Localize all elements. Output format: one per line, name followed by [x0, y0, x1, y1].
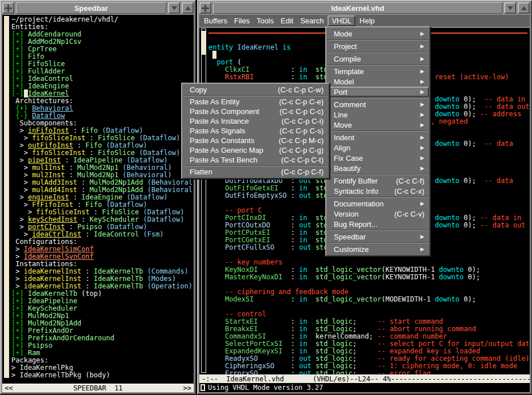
menu-item-model[interactable]: Model▶ — [327, 76, 429, 87]
iconify-button[interactable] — [168, 2, 180, 14]
speedbar-link[interactable]: pipeInst — [28, 156, 61, 164]
menubar-item-buffers[interactable]: Buffers — [201, 16, 230, 26]
menu-item-line[interactable]: Line▶ — [327, 109, 429, 120]
text-span: (Dataflow) — [106, 223, 147, 231]
text-span: (Dataflow) — [139, 134, 180, 142]
menu-item-mode[interactable]: Mode▶ — [327, 28, 429, 39]
echo-area[interactable]: Using VHDL Mode version 3.27 — [199, 383, 530, 392]
text-span: MasterKeyNoxDI — [225, 273, 291, 281]
menu-item-paste-as-constants[interactable]: Paste As Constants(C-c C-p M-c) — [183, 136, 328, 145]
window-menu-button[interactable] — [199, 2, 211, 14]
text-span: -- ready for accepting command (idle) — [377, 355, 529, 363]
text-span — [208, 214, 225, 222]
menu-item-compile[interactable]: Compile▶ — [327, 54, 429, 64]
text-span: > — [11, 156, 28, 164]
speedbar-link[interactable]: ideaCtrlInst — [32, 230, 81, 238]
speedbar-link[interactable]: IdeaKernelSynConf — [24, 253, 94, 260]
menu-item-paste-as-component[interactable]: Paste As Component(C-c C-p C-c) — [183, 107, 328, 116]
menu-item-project[interactable]: Project▶ — [327, 41, 429, 51]
menu-item-paste-as-signals[interactable]: Paste As Signals(C-c C-p C-s) — [183, 126, 328, 136]
text-span — [312, 243, 316, 251]
text-span: : — [291, 325, 299, 333]
speedbar-link[interactable]: IdeaKernelSimConf — [24, 245, 94, 253]
menu-item-copy[interactable]: Copy(C-c C-p C-w) — [183, 85, 328, 95]
text-span: 0); — [464, 273, 480, 281]
menu-item-label: Paste As Component — [190, 107, 259, 116]
text-span — [307, 317, 315, 325]
menu-item-syntactic-info[interactable]: Syntactic Info(C-c C-x) — [327, 186, 429, 196]
text-span: : — [291, 192, 299, 199]
text-span: : — [61, 156, 73, 164]
menu-item-label: Mode — [334, 30, 353, 38]
menubar-item-edit[interactable]: Edit — [278, 16, 296, 26]
text-span: kernelCommand — [316, 332, 369, 340]
text-span: FullAdder — [28, 67, 65, 75]
text-span: in — [299, 73, 307, 81]
menu-item-paste-as-instance[interactable]: Paste As Instance(C-c C-p C-i) — [183, 116, 328, 126]
speedbar-link[interactable]: IdeaKernel — [28, 89, 69, 97]
menu-item-template[interactable]: Template▶ — [327, 66, 429, 76]
menu-item-indent[interactable]: Indent▶ — [327, 132, 429, 142]
text-span: : — [85, 134, 98, 142]
menu-item-comment[interactable]: Comment▶ — [327, 99, 429, 109]
menu-item-speedbar[interactable]: Speedbar▶ — [327, 231, 429, 242]
submenu-arrow-icon: ▶ — [420, 122, 424, 128]
window-menu-button[interactable] — [2, 2, 14, 14]
text-span — [118, 164, 122, 172]
menu-item-version[interactable]: Version(C-c C-v) — [327, 209, 429, 219]
menu-item-customize[interactable]: Customize▶ — [327, 244, 429, 254]
text-span: [+] — [11, 52, 28, 60]
menubar-item-vhdl[interactable]: VHDL — [328, 15, 355, 26]
menu-item-label: Paste As Signals — [190, 127, 245, 135]
scroll-right-indicator[interactable]: >> — [183, 384, 191, 392]
text-span: out — [299, 355, 312, 363]
menu-item-paste-as-generic-map[interactable]: Paste As Generic Map(C-c C-p C-g) — [183, 145, 328, 155]
text-span: (Dataflow) — [143, 208, 184, 216]
text-span: OutFifoEmptyxSO — [225, 192, 291, 199]
text-span: [+] — [11, 67, 28, 75]
speedbar-line[interactable]: > IdeaKernelTbPkg (body) — [11, 372, 194, 379]
text-span: ideaKernelInst — [24, 275, 81, 283]
menu-item-paste-as-entity[interactable]: Paste As Entity(C-c C-p C-e) — [183, 97, 328, 107]
menu-item-fix-case[interactable]: Fix Case▶ — [327, 153, 429, 163]
speedbar-link[interactable]: Behavioral — [32, 104, 73, 112]
submenu-arrow-icon: ▶ — [420, 135, 424, 140]
menu-item-bug-report[interactable]: Bug Report... — [327, 219, 429, 229]
scroll-left-indicator[interactable]: << — [5, 384, 13, 392]
menu-item-move[interactable]: Move▶ — [327, 120, 429, 130]
menubar-item-help[interactable]: Help — [357, 16, 378, 26]
text-span: Psipso — [77, 223, 102, 231]
speedbar-link[interactable]: outFifoInst — [28, 141, 73, 149]
scrollbar-thumb[interactable] — [4, 16, 9, 378]
speedbar-tree[interactable]: ~/project/ideakernel/vhdl/Entities:[+] A… — [10, 15, 194, 384]
menu-item-label: Line — [334, 111, 348, 119]
text-span: : — [291, 295, 299, 303]
speedbar-link[interactable]: portCInst — [28, 223, 65, 231]
maximize-button[interactable] — [182, 2, 194, 14]
text-span — [307, 295, 315, 303]
menu-item-paste-as-test-bench[interactable]: Paste As Test Bench(C-c C-p C-t) — [183, 155, 328, 165]
speedbar-link[interactable]: engineInst — [28, 193, 69, 201]
menu-item-fontify-buffer[interactable]: Fontify Buffer(C-c C-f) — [327, 176, 429, 186]
menu-item-flatten[interactable]: Flatten(C-c C-p C-f) — [183, 167, 328, 177]
menubar-item-files[interactable]: Files — [231, 16, 252, 26]
editor-scrollbar[interactable] — [199, 28, 207, 374]
menu-item-align[interactable]: Align▶ — [327, 142, 429, 153]
text-span: KeyScheduler — [28, 304, 77, 312]
menu-item-beautify[interactable]: Beautify▶ — [327, 163, 429, 173]
maximize-button[interactable] — [518, 2, 530, 14]
menubar-item-search[interactable]: Search — [297, 16, 326, 26]
menubar-item-tools[interactable]: Tools — [253, 16, 276, 26]
scrollbar-trough[interactable] — [201, 28, 206, 373]
menu-item-keybinding: (C-c C-x) — [394, 187, 424, 196]
iconify-button[interactable] — [504, 2, 516, 14]
speedbar-scrollbar[interactable] — [2, 15, 10, 384]
submenu-arrow-icon: ▶ — [420, 201, 424, 206]
menu-item-port[interactable]: Port▶ — [327, 87, 429, 97]
scrollbar-thumb[interactable] — [202, 31, 206, 55]
speedbar-window: Speedbar ~/project/ideakernel/vhdl/Entit… — [0, 0, 196, 394]
speedbar-link[interactable]: inFifoInst — [28, 127, 69, 135]
speedbar-link[interactable]: keySchedInst — [28, 215, 77, 223]
speedbar-link[interactable]: Dataflow — [32, 112, 65, 120]
menu-item-documentation[interactable]: Documentation▶ — [327, 198, 429, 209]
